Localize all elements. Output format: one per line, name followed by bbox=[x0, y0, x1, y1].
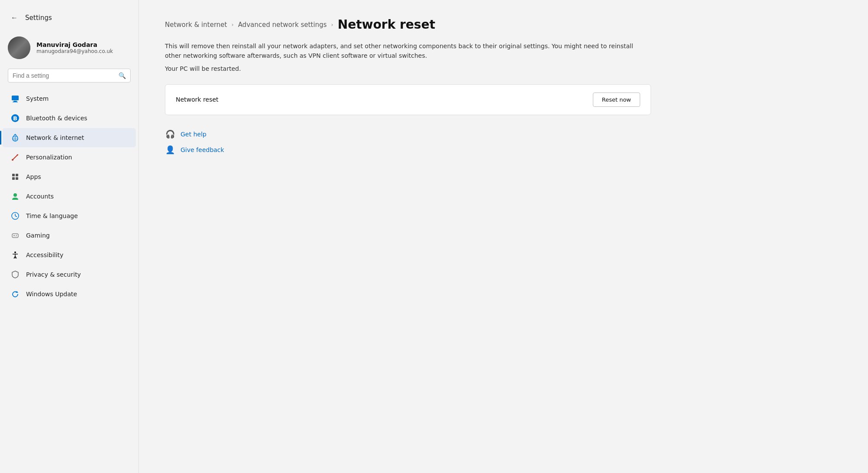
reset-card: Network reset Reset now bbox=[165, 84, 651, 115]
page-title: Network reset bbox=[338, 17, 435, 32]
privacy-icon bbox=[10, 270, 20, 279]
user-section: Manuviraj Godara manugodara94@yahoo.co.u… bbox=[0, 32, 138, 67]
give-feedback-link[interactable]: 👤 Give feedback bbox=[165, 145, 842, 155]
accessibility-icon bbox=[10, 250, 20, 260]
get-help-icon: 🎧 bbox=[165, 129, 175, 139]
network-icon bbox=[10, 133, 20, 142]
svg-rect-12 bbox=[16, 174, 18, 176]
sidebar-item-apps[interactable]: Apps bbox=[3, 167, 136, 186]
sidebar-item-time[interactable]: Time & language bbox=[3, 206, 136, 225]
nav-label-time: Time & language bbox=[26, 212, 78, 219]
nav-label-update: Windows Update bbox=[26, 291, 77, 298]
update-icon bbox=[10, 289, 20, 299]
bluetooth-icon: B bbox=[10, 113, 20, 123]
nav-label-accessibility: Accessibility bbox=[26, 251, 63, 258]
svg-rect-11 bbox=[12, 174, 15, 176]
personalization-icon bbox=[10, 152, 20, 162]
svg-point-10 bbox=[12, 159, 13, 161]
breadcrumb: Network & internet›Advanced network sett… bbox=[165, 17, 842, 32]
nav-label-gaming: Gaming bbox=[26, 232, 50, 239]
sidebar-item-gaming[interactable]: Gaming bbox=[3, 226, 136, 245]
breadcrumb-separator: › bbox=[231, 21, 233, 28]
breadcrumb-item-1[interactable]: Advanced network settings bbox=[238, 21, 326, 29]
svg-point-23 bbox=[16, 236, 16, 237]
nav-label-personalization: Personalization bbox=[26, 154, 72, 161]
sidebar-item-update[interactable]: Windows Update bbox=[3, 284, 136, 304]
back-button[interactable]: ← bbox=[8, 11, 21, 24]
reset-now-button[interactable]: Reset now bbox=[593, 93, 640, 107]
give-feedback-label: Give feedback bbox=[181, 146, 224, 153]
sidebar-item-system[interactable]: System bbox=[3, 89, 136, 108]
search-icon: 🔍 bbox=[118, 72, 126, 79]
sidebar-item-network[interactable]: Network & internet bbox=[3, 128, 136, 147]
give-feedback-icon: 👤 bbox=[165, 145, 175, 155]
avatar bbox=[8, 36, 30, 59]
sidebar-item-bluetooth[interactable]: B Bluetooth & devices bbox=[3, 109, 136, 128]
sidebar-item-accounts[interactable]: Accounts bbox=[3, 187, 136, 206]
sidebar-item-accessibility[interactable]: Accessibility bbox=[3, 245, 136, 265]
breadcrumb-separator: › bbox=[331, 21, 333, 28]
nav-label-apps: Apps bbox=[26, 173, 41, 180]
nav-list: System B Bluetooth & devices Network & i… bbox=[0, 89, 138, 473]
svg-rect-14 bbox=[16, 177, 18, 180]
nav-label-accounts: Accounts bbox=[26, 193, 54, 200]
user-name: Manuviraj Godara bbox=[36, 41, 113, 48]
svg-point-24 bbox=[14, 251, 16, 253]
avatar-image bbox=[8, 36, 30, 59]
get-help-link[interactable]: 🎧 Get help bbox=[165, 129, 842, 139]
svg-line-18 bbox=[15, 216, 17, 217]
time-icon bbox=[10, 211, 20, 221]
window-title: Settings bbox=[25, 14, 52, 22]
gaming-icon bbox=[10, 231, 20, 240]
apps-icon bbox=[10, 172, 20, 182]
sidebar-item-privacy[interactable]: Privacy & security bbox=[3, 265, 136, 284]
sidebar-item-personalization[interactable]: Personalization bbox=[3, 148, 136, 167]
user-email: manugodara94@yahoo.co.uk bbox=[36, 48, 113, 54]
breadcrumb-item-0[interactable]: Network & internet bbox=[165, 21, 227, 29]
svg-rect-1 bbox=[13, 101, 17, 102]
main-content: Network & internet›Advanced network sett… bbox=[139, 0, 868, 473]
nav-label-network: Network & internet bbox=[26, 134, 84, 141]
nav-label-bluetooth: Bluetooth & devices bbox=[26, 115, 87, 122]
nav-label-privacy: Privacy & security bbox=[26, 271, 81, 278]
accounts-icon bbox=[10, 192, 20, 201]
sidebar-header: ← Settings bbox=[0, 8, 138, 32]
svg-point-22 bbox=[16, 235, 17, 236]
svg-line-9 bbox=[17, 155, 18, 155]
sidebar: ← Settings Manuviraj Godara manugodara94… bbox=[0, 0, 139, 473]
svg-rect-0 bbox=[12, 96, 19, 100]
reset-card-label: Network reset bbox=[176, 96, 218, 103]
svg-point-15 bbox=[13, 193, 17, 197]
help-section: 🎧 Get help 👤 Give feedback bbox=[165, 129, 842, 155]
restart-note: Your PC will be restarted. bbox=[165, 65, 842, 72]
nav-label-system: System bbox=[26, 95, 49, 102]
user-info: Manuviraj Godara manugodara94@yahoo.co.u… bbox=[36, 41, 113, 54]
svg-line-8 bbox=[13, 155, 18, 160]
search-input[interactable] bbox=[13, 72, 115, 79]
search-box[interactable]: 🔍 bbox=[8, 69, 131, 83]
svg-rect-2 bbox=[13, 102, 18, 103]
get-help-label: Get help bbox=[181, 131, 207, 138]
svg-rect-13 bbox=[12, 177, 15, 180]
system-icon bbox=[10, 94, 20, 103]
svg-rect-19 bbox=[12, 234, 18, 238]
svg-text:B: B bbox=[13, 115, 17, 122]
page-description: This will remove then reinstall all your… bbox=[165, 41, 642, 61]
